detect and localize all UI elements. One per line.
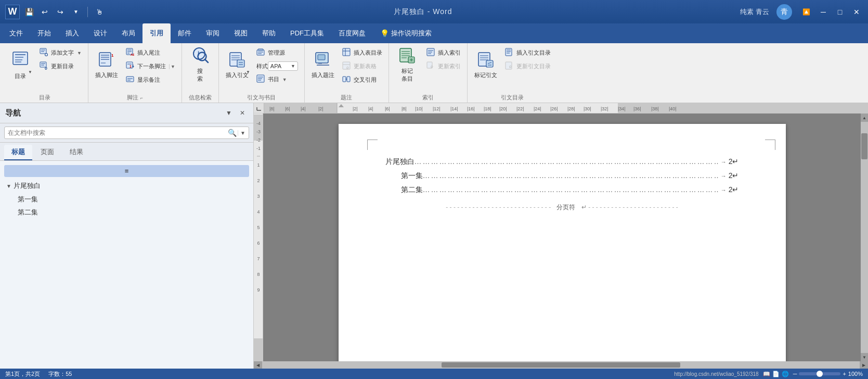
footnotes-expander[interactable]: ⌐: [140, 95, 143, 100]
insert-endnote-btn[interactable]: AB 插入尾注: [123, 46, 178, 59]
add-text-arrow[interactable]: ▼: [77, 50, 82, 56]
search-info-btn[interactable]: i 搜 索: [185, 45, 215, 83]
scroll-track[interactable]: [861, 122, 868, 353]
h-scroll-thumb[interactable]: [442, 362, 681, 368]
add-text-btn[interactable]: 添加文字 ▼: [36, 46, 85, 59]
menu-help[interactable]: 帮助: [255, 23, 283, 43]
mark-citation-btn[interactable]: 标记引文: [471, 46, 501, 84]
add-text-icon: [40, 48, 49, 58]
menu-baidu[interactable]: 百度网盘: [331, 23, 373, 43]
next-footnote-arrow[interactable]: ▼: [169, 64, 175, 69]
zoom-slider[interactable]: [799, 372, 840, 375]
insert-citation-toc-btn[interactable]: 插入引文目录: [502, 46, 554, 59]
close-btn[interactable]: ✕: [850, 6, 863, 18]
insert-footnote-btn[interactable]: 1 插入脚注: [92, 46, 122, 84]
insert-caption-btn[interactable]: 插入题注: [308, 46, 338, 84]
insert-citation-btn[interactable]: 插入引文 ▼: [222, 46, 252, 84]
menu-review[interactable]: 审阅: [199, 23, 227, 43]
toc-group-label[interactable]: 目录: [5, 93, 85, 103]
nav-item-pian-wei-du-bai[interactable]: ▼ 片尾独白: [2, 179, 251, 193]
citations-group-label[interactable]: 引文与书目: [222, 93, 301, 103]
nav-dropdown-btn[interactable]: ▼: [223, 107, 235, 119]
bibliography-btn[interactable]: 书目 ▼: [253, 73, 301, 86]
nav-tab-pages[interactable]: 页面: [33, 145, 61, 160]
zoom-in-btn[interactable]: +: [843, 371, 846, 377]
toc-dots-3: ……………………………………………………………………………………………………………: [423, 183, 719, 196]
insert-index-btn[interactable]: 插入索引: [423, 46, 464, 59]
nav-tab-headings[interactable]: 标题: [4, 145, 32, 160]
vertical-scrollbar[interactable]: ▲ ▼: [861, 113, 868, 361]
insert-table-toc-btn[interactable]: 插入表目录: [339, 46, 385, 59]
update-index-icon: [426, 61, 436, 71]
menu-view[interactable]: 视图: [227, 23, 255, 43]
redo-btn[interactable]: ↪: [54, 6, 67, 18]
menu-insert[interactable]: 插入: [58, 23, 86, 43]
svg-text:|22|: |22|: [516, 106, 524, 111]
scroll-right-btn[interactable]: ▶: [860, 361, 868, 369]
menu-search-op[interactable]: 💡操作说明搜索: [373, 23, 439, 43]
zoom-level: 100%: [848, 371, 863, 377]
menu-home[interactable]: 开始: [30, 23, 58, 43]
h-scroll-track[interactable]: [262, 361, 860, 369]
nav-search-input[interactable]: [8, 129, 228, 136]
svg-rect-60: [343, 62, 350, 69]
tab-stop-indicator[interactable]: [254, 103, 264, 113]
style-dropdown-arrow[interactable]: ▼: [291, 64, 295, 69]
bibliography-label: 书目: [268, 75, 279, 83]
save-quick-btn[interactable]: 💾: [23, 6, 35, 18]
doc-scroll[interactable]: 片尾独白 ………………………………………………………………………………………………: [263, 113, 861, 361]
ribbon-group-captions: 插入题注 插入表目录 更新表格: [305, 43, 389, 103]
touch-mode-btn[interactable]: 🖱: [93, 6, 106, 18]
menu-pdf[interactable]: PDF工具集: [283, 23, 331, 43]
update-toc-btn[interactable]: 更新目录: [36, 60, 85, 73]
citation-toc-small-col: 插入引文目录 更新引文目录: [502, 45, 554, 73]
zoom-out-btn[interactable]: ─: [793, 371, 797, 377]
print-layout-btn[interactable]: 📄: [772, 371, 780, 377]
menu-references[interactable]: 引用: [142, 23, 171, 43]
show-notes-btn[interactable]: 显示备注: [123, 73, 178, 86]
search-icon[interactable]: 🔍: [228, 129, 237, 137]
next-footnote-btn[interactable]: 1 下一条脚注 ▼: [123, 60, 178, 73]
footnotes-group-label[interactable]: 脚注 ⌐: [92, 93, 178, 103]
scroll-up-btn[interactable]: ▲: [861, 113, 868, 122]
minimize-btn[interactable]: ─: [817, 6, 830, 18]
style-dropdown-btn[interactable]: 样式: APA ▼: [253, 60, 301, 72]
horizontal-scrollbar[interactable]: ◀ ▶: [254, 361, 868, 369]
nav-tab-results[interactable]: 结果: [62, 145, 90, 160]
next-footnote-icon: 1: [126, 61, 135, 71]
zoom-slider-thumb[interactable]: [817, 371, 823, 377]
scroll-down-btn[interactable]: ▼: [861, 353, 868, 361]
insert-index-label: 插入索引: [438, 49, 461, 57]
captions-large-col: 插入题注: [308, 45, 338, 84]
read-view-btn[interactable]: 📖: [763, 371, 770, 377]
nav-sub-item-di-yi-ji[interactable]: 第一集: [2, 193, 251, 206]
svg-rect-54: [318, 55, 325, 60]
citation-toc-group-label[interactable]: 引文目录: [471, 93, 554, 103]
web-view-btn[interactable]: 🌐: [782, 371, 789, 377]
menu-layout[interactable]: 布局: [114, 23, 142, 43]
nav-sub-item-di-er-ji[interactable]: 第二集: [2, 206, 251, 219]
style-select[interactable]: APA ▼: [268, 61, 298, 71]
maximize-btn[interactable]: □: [834, 6, 846, 18]
scroll-left-btn[interactable]: ◀: [254, 361, 262, 369]
bibliography-arrow[interactable]: ▼: [282, 77, 287, 82]
scroll-thumb[interactable]: [861, 133, 867, 159]
menu-file[interactable]: 文件: [2, 23, 30, 43]
search-dropdown-icon[interactable]: ▼: [238, 130, 245, 136]
search-group-label[interactable]: 信息检索: [185, 93, 215, 103]
toc-arrow-2: →: [721, 171, 727, 182]
customize-quick-access-btn[interactable]: ▼: [70, 6, 82, 18]
manage-sources-btn[interactable]: 管理源: [253, 46, 301, 59]
toc-button[interactable]: 目录 ▼: [5, 46, 35, 84]
undo-btn[interactable]: ↩: [38, 6, 51, 18]
index-group-label[interactable]: 索引: [392, 93, 464, 103]
menu-mailings[interactable]: 邮件: [171, 23, 199, 43]
mark-entry-btn[interactable]: 标记 条目: [392, 46, 422, 84]
ribbon-display-btn[interactable]: 🔼: [800, 6, 813, 18]
avatar[interactable]: 青: [776, 4, 792, 20]
cross-ref-btn[interactable]: 交叉引用: [339, 73, 385, 86]
nav-close-btn[interactable]: ✕: [237, 107, 248, 119]
svg-text:i: i: [198, 50, 199, 57]
menu-design[interactable]: 设计: [86, 23, 114, 43]
captions-group-label[interactable]: 题注: [308, 93, 385, 103]
